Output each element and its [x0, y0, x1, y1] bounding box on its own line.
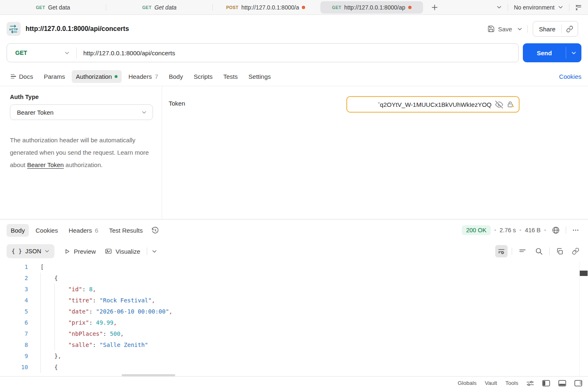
- auth-type-label: Auth Type: [10, 94, 152, 100]
- globals-button[interactable]: Globals: [458, 380, 477, 386]
- tab-label: Test Results: [109, 227, 143, 234]
- code-token: ,: [120, 328, 124, 339]
- request-tab-params[interactable]: Params: [40, 70, 69, 83]
- svg-text:HTTP: HTTP: [9, 28, 19, 31]
- request-tab-docs[interactable]: Docs: [7, 70, 37, 83]
- url-box: GET http://127.0.0.1:8000/api/concerts: [7, 43, 519, 62]
- code-token: 500: [110, 328, 120, 339]
- token-input[interactable]: ˉq2OYtV_W-1MUUCx1BkVUhWkIezYOQ: [346, 96, 520, 113]
- workspace-tab[interactable]: GETGet data: [0, 0, 106, 14]
- share-button[interactable]: Share: [533, 26, 561, 33]
- response-meta: 200 OK 2.76 s 416 B: [462, 224, 581, 236]
- auth-description-suffix: authorization.: [64, 161, 103, 168]
- more-views-chevron[interactable]: [150, 247, 159, 256]
- method-selector[interactable]: GET: [7, 50, 76, 56]
- workspace-tab[interactable]: GETGet data: [106, 0, 212, 14]
- code-token: {: [54, 273, 58, 284]
- toggle-sidebar-button[interactable]: [542, 380, 550, 387]
- visualize-button[interactable]: Visualize: [105, 248, 140, 255]
- code-token: "nbPlaces": [68, 328, 103, 339]
- code-token: "titre": [68, 295, 92, 306]
- response-toolbar: { } JSON Preview Visualize: [0, 241, 588, 262]
- response-format-select[interactable]: { } JSON: [7, 244, 54, 258]
- request-tab-headers[interactable]: Headers7: [124, 70, 162, 83]
- copy-link-button[interactable]: [561, 24, 578, 33]
- request-tabs: Cookies DocsParamsAuthorizationHeaders7B…: [0, 67, 588, 86]
- unencrypted-token-warning[interactable]: [507, 101, 515, 108]
- copy-response-button[interactable]: [554, 245, 566, 257]
- chevron-down-icon: [141, 110, 147, 115]
- tab-label: Headers: [128, 73, 152, 80]
- save-options-chevron-icon[interactable]: [517, 26, 522, 32]
- code-line: 3"id": 8,: [0, 284, 588, 295]
- tab-label: Body: [169, 73, 183, 80]
- response-tabs: BodyCookiesHeaders6Test Results 200 OK 2…: [0, 219, 588, 241]
- code-token: ,: [152, 295, 155, 306]
- wrap-text-button[interactable]: [495, 245, 508, 257]
- response-tab-body[interactable]: Body: [7, 224, 29, 237]
- tab-label: Authorization: [76, 73, 112, 80]
- network-info-button[interactable]: [550, 224, 562, 236]
- search-button[interactable]: [533, 245, 545, 257]
- line-content: {: [40, 362, 58, 373]
- visualize-icon: [105, 248, 112, 255]
- environment-quick-look-icon[interactable]: [569, 4, 588, 11]
- toggle-token-visibility-button[interactable]: [495, 101, 503, 108]
- response-tab-headers[interactable]: Headers6: [64, 224, 102, 237]
- response-tab-test-results[interactable]: Test Results: [105, 224, 147, 237]
- toggle-right-panel-button[interactable]: [574, 380, 582, 387]
- response-history-button[interactable]: [149, 224, 161, 236]
- response-tab-cookies[interactable]: Cookies: [31, 224, 62, 237]
- save-button[interactable]: Save: [487, 25, 512, 33]
- line-number: 6: [0, 317, 28, 328]
- copy-response-link-button[interactable]: [570, 245, 581, 257]
- send-options-chevron-icon[interactable]: [566, 47, 581, 59]
- line-content: {: [40, 273, 58, 284]
- code-lines: 1[2{3"id": 8,4"titre": "Rock Festival",5…: [0, 262, 588, 373]
- request-header: HTTP http://127.0.0.1:8000/api/concerts …: [0, 15, 588, 43]
- code-token: "id": [68, 284, 82, 295]
- bearer-token-doc-link[interactable]: Bearer Token: [27, 161, 64, 168]
- indent-guide: [54, 339, 68, 351]
- token-panel: Token ˉq2OYtV_W-1MUUCx1BkVUhWkIezYOQ: [162, 86, 588, 219]
- preview-button[interactable]: Preview: [64, 248, 96, 255]
- auth-type-value: Bearer Token: [17, 109, 54, 116]
- url-input[interactable]: http://127.0.0.1:8000/api/concerts: [77, 50, 518, 57]
- new-tab-button[interactable]: [430, 2, 440, 12]
- send-button[interactable]: Send: [523, 43, 581, 62]
- response-more-actions-button[interactable]: [570, 224, 581, 236]
- chevron-down-icon: [64, 50, 70, 56]
- request-tab-authorization[interactable]: Authorization: [72, 70, 122, 83]
- beautify-button[interactable]: [516, 245, 529, 257]
- toggle-bottom-panel-button[interactable]: [558, 380, 566, 387]
- tab-label: Scripts: [194, 73, 213, 80]
- environment-selector[interactable]: No environment: [508, 4, 569, 11]
- request-tab-settings[interactable]: Settings: [245, 70, 275, 83]
- link-icon: [566, 26, 573, 33]
- chevron-down-icon: [496, 5, 502, 10]
- settings-sliders-button[interactable]: [527, 380, 534, 387]
- dot-separator: [520, 229, 521, 231]
- tools-button[interactable]: Tools: [505, 380, 518, 386]
- request-tab-body[interactable]: Body: [165, 70, 187, 83]
- request-tab-scripts[interactable]: Scripts: [190, 70, 217, 83]
- unsaved-dot: [302, 6, 305, 9]
- curly-braces-icon: { }: [12, 248, 22, 255]
- play-icon: [64, 248, 71, 255]
- open-tabs-dropdown[interactable]: [491, 5, 508, 10]
- vertical-scrollbar[interactable]: [579, 262, 588, 376]
- line-content: },: [40, 351, 61, 362]
- request-tab-tests[interactable]: Tests: [219, 70, 242, 83]
- workspace-tab[interactable]: GEThttp://127.0.0.1:8000/ap: [320, 1, 423, 14]
- scrollbar-thumb[interactable]: [580, 271, 588, 276]
- authorization-panel: Auth Type Bearer Token The authorization…: [0, 86, 588, 219]
- token-value[interactable]: ˉq2OYtV_W-1MUUCx1BkVUhWkIezYOQ: [352, 101, 492, 108]
- horizontal-scrollbar-thumb[interactable]: [122, 374, 175, 376]
- workspace-tab[interactable]: POSThttp://127.0.0.1:8000/a: [213, 0, 319, 14]
- auth-type-select[interactable]: Bearer Token: [10, 104, 153, 120]
- cookies-link[interactable]: Cookies: [559, 73, 581, 80]
- status-badge[interactable]: 200 OK: [462, 225, 490, 235]
- chevron-down-icon: [45, 249, 49, 254]
- tab-method-label: GET: [36, 5, 45, 10]
- vault-button[interactable]: Vault: [485, 380, 497, 386]
